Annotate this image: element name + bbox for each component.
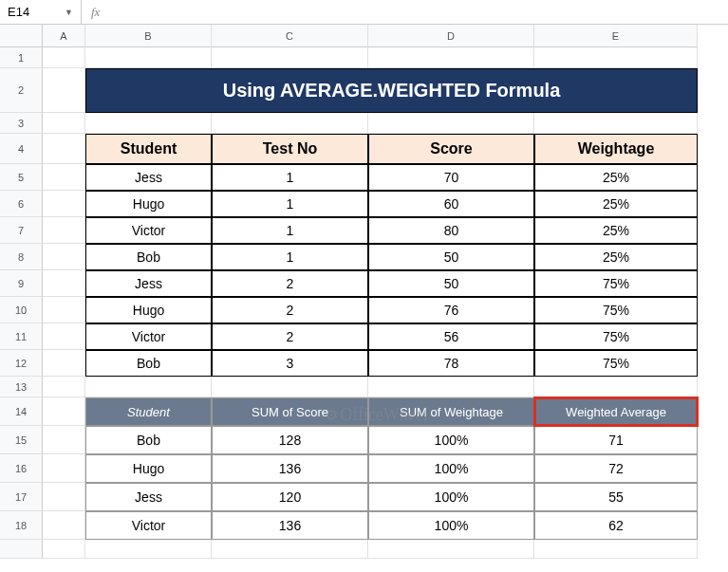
table-row[interactable]: 2 [212, 323, 368, 350]
cell-c19[interactable] [212, 540, 368, 559]
cell-c1[interactable] [212, 47, 368, 68]
table-row[interactable]: 75% [534, 270, 698, 297]
table-row[interactable]: 128 [212, 426, 368, 454]
formula-input[interactable] [109, 0, 728, 24]
table-row[interactable]: 70 [368, 164, 534, 191]
table1-header-score[interactable]: Score [368, 134, 534, 164]
row-header-6[interactable]: 6 [0, 191, 43, 217]
cell-d3[interactable] [368, 113, 534, 134]
cell-a12[interactable] [43, 350, 85, 377]
row-header-12[interactable]: 12 [0, 350, 43, 377]
table-row[interactable]: Jess [85, 164, 212, 191]
row-header-9[interactable]: 9 [0, 270, 43, 297]
table-row[interactable]: 25% [534, 244, 698, 270]
table-row[interactable]: 25% [534, 191, 698, 217]
table-row[interactable]: 76 [368, 297, 534, 323]
cell-a13[interactable] [43, 377, 85, 397]
table-row[interactable]: 80 [368, 217, 534, 244]
select-all-corner[interactable] [0, 25, 43, 47]
table-row[interactable]: 136 [212, 454, 368, 483]
table-row[interactable]: Hugo [85, 454, 212, 483]
col-header-b[interactable]: B [85, 25, 212, 47]
row-header-16[interactable]: 16 [0, 454, 43, 483]
row-header-19[interactable] [0, 540, 43, 559]
table-row[interactable]: Jess [85, 483, 212, 511]
table-row[interactable]: 100% [368, 426, 534, 454]
table-row[interactable]: Hugo [85, 297, 212, 323]
table-row[interactable]: 72 [534, 454, 698, 483]
table-row[interactable]: 100% [368, 454, 534, 483]
col-header-a[interactable]: A [43, 25, 85, 47]
cell-reference-box[interactable]: E14 ▼ [0, 0, 82, 24]
table-row[interactable]: 78 [368, 350, 534, 377]
table-row[interactable]: 100% [368, 483, 534, 511]
table-row[interactable]: 75% [534, 323, 698, 350]
table-row[interactable]: 62 [534, 511, 698, 540]
title-cell[interactable]: Using AVERAGE.WEIGHTED Formula [85, 68, 698, 113]
row-header-11[interactable]: 11 [0, 323, 43, 350]
table-row[interactable]: Jess [85, 270, 212, 297]
cell-d13[interactable] [368, 377, 534, 397]
table-row[interactable]: 3 [212, 350, 368, 377]
cell-a1[interactable] [43, 47, 85, 68]
cell-a11[interactable] [43, 323, 85, 350]
table-row[interactable]: 2 [212, 270, 368, 297]
cell-b1[interactable] [85, 47, 212, 68]
row-header-18[interactable]: 18 [0, 511, 43, 540]
row-header-14[interactable]: 14 [0, 397, 43, 426]
cell-a4[interactable] [43, 134, 85, 164]
cell-c13[interactable] [212, 377, 368, 397]
table-row[interactable]: 25% [534, 217, 698, 244]
table-row[interactable]: Victor [85, 511, 212, 540]
cell-e19[interactable] [534, 540, 698, 559]
cell-a5[interactable] [43, 164, 85, 191]
cell-d1[interactable] [368, 47, 534, 68]
row-header-3[interactable]: 3 [0, 113, 43, 134]
cell-b3[interactable] [85, 113, 212, 134]
table-row[interactable]: 60 [368, 191, 534, 217]
cell-a14[interactable] [43, 397, 85, 426]
pivot-header-weightage[interactable]: SUM of Weightage [368, 397, 534, 426]
pivot-header-student[interactable]: Student [85, 397, 212, 426]
table-row[interactable]: Victor [85, 323, 212, 350]
table-row[interactable]: 25% [534, 164, 698, 191]
table-row[interactable]: Victor [85, 217, 212, 244]
table-row[interactable]: 1 [212, 164, 368, 191]
row-header-17[interactable]: 17 [0, 483, 43, 511]
cell-a15[interactable] [43, 426, 85, 454]
row-header-1[interactable]: 1 [0, 47, 43, 68]
cell-a3[interactable] [43, 113, 85, 134]
cell-d19[interactable] [368, 540, 534, 559]
cell-a6[interactable] [43, 191, 85, 217]
table-row[interactable]: Bob [85, 244, 212, 270]
table-row[interactable]: 50 [368, 244, 534, 270]
table-row[interactable]: 120 [212, 483, 368, 511]
table-row[interactable]: 71 [534, 426, 698, 454]
table-row[interactable]: 75% [534, 350, 698, 377]
table-row[interactable]: 50 [368, 270, 534, 297]
table-row[interactable]: 1 [212, 244, 368, 270]
table-row[interactable]: 100% [368, 511, 534, 540]
table-row[interactable]: 55 [534, 483, 698, 511]
cell-e1[interactable] [534, 47, 698, 68]
row-header-5[interactable]: 5 [0, 164, 43, 191]
col-header-e[interactable]: E [534, 25, 698, 47]
cell-a17[interactable] [43, 483, 85, 511]
table-row[interactable]: 56 [368, 323, 534, 350]
cell-e3[interactable] [534, 113, 698, 134]
pivot-header-weighted-avg[interactable]: Weighted Average [534, 397, 698, 426]
row-header-8[interactable]: 8 [0, 244, 43, 270]
pivot-header-score[interactable]: SUM of Score [212, 397, 368, 426]
cell-a2[interactable] [43, 68, 85, 113]
row-header-4[interactable]: 4 [0, 134, 43, 164]
table-row[interactable]: 1 [212, 191, 368, 217]
table-row[interactable]: Bob [85, 426, 212, 454]
table-row[interactable]: Bob [85, 350, 212, 377]
col-header-d[interactable]: D [368, 25, 534, 47]
dropdown-icon[interactable]: ▼ [65, 8, 73, 17]
col-header-c[interactable]: C [212, 25, 368, 47]
cell-b13[interactable] [85, 377, 212, 397]
table1-header-weightage[interactable]: Weightage [534, 134, 698, 164]
row-header-15[interactable]: 15 [0, 426, 43, 454]
table-row[interactable]: 75% [534, 297, 698, 323]
